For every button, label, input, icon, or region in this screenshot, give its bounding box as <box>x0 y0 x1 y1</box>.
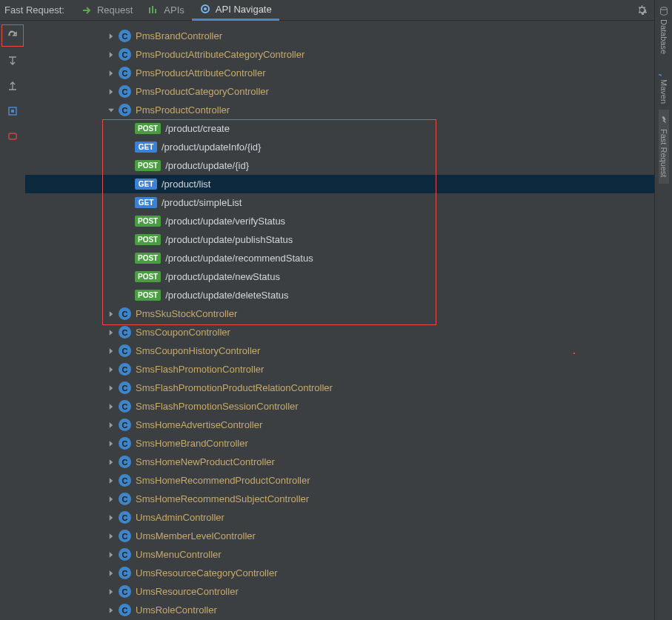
tree-class-node[interactable]: CPmsSkuStockController <box>25 304 672 323</box>
chevron-down-icon[interactable] <box>105 104 117 116</box>
tree-class-node[interactable]: CSmsFlashPromotionSessionController <box>25 397 672 416</box>
collapse-all-button[interactable] <box>4 77 21 95</box>
endpoint-path: /product/list <box>162 179 210 190</box>
class-label: SmsFlashPromotionSessionController <box>136 401 299 412</box>
http-method-badge: POST <box>135 123 161 134</box>
class-label: UmsAdminController <box>136 512 224 523</box>
tree-class-node[interactable]: CPmsProductController <box>25 101 672 119</box>
http-method-badge: POST <box>135 216 161 227</box>
class-badge-icon: C <box>119 456 131 468</box>
tree-endpoint-node[interactable]: POST/product/update/deleteStatus <box>25 286 672 304</box>
chevron-right-icon[interactable] <box>105 86 117 98</box>
class-label: UmsResourceController <box>136 586 239 597</box>
chevron-right-icon[interactable] <box>105 30 117 42</box>
api-tree[interactable]: CPmsBrandControllerCPmsProductAttributeC… <box>25 21 672 619</box>
tree-class-node[interactable]: CSmsCouponController <box>25 323 672 341</box>
tree-class-node[interactable]: CPmsProductAttributeCategoryController <box>25 45 672 64</box>
class-badge-icon: C <box>119 381 131 394</box>
tree-endpoint-node[interactable]: POST/product/create <box>25 119 672 138</box>
svg-rect-1 <box>152 6 153 13</box>
tree-class-node[interactable]: CSmsHomeRecommendSubjectController <box>25 490 672 508</box>
tab-apis[interactable]: APIs <box>140 0 191 21</box>
chevron-right-icon[interactable] <box>105 586 117 598</box>
tree-class-node[interactable]: CSmsCouponHistoryController <box>25 341 672 360</box>
expand-all-button[interactable] <box>4 52 21 70</box>
chevron-right-icon[interactable] <box>105 49 117 61</box>
top-toolbar: Fast Request: Request APIs API Navigate <box>0 0 672 21</box>
class-badge-icon: C <box>119 400 131 413</box>
tree-class-node[interactable]: CUmsResourceController <box>25 582 672 601</box>
class-label: SmsHomeBrandController <box>136 438 248 449</box>
chevron-right-icon[interactable] <box>105 456 117 468</box>
tree-endpoint-node[interactable]: POST/product/update/publishStatus <box>25 230 672 249</box>
class-badge-icon: C <box>119 326 131 339</box>
class-badge-icon: C <box>119 48 131 61</box>
tree-class-node[interactable]: CPmsProductAttributeController <box>25 64 672 82</box>
tree-endpoint-node[interactable]: GET/product/updateInfo/{id} <box>25 138 672 156</box>
tree-class-node[interactable]: CSmsFlashPromotionProductRelationControl… <box>25 379 672 397</box>
chevron-right-icon[interactable] <box>105 493 117 505</box>
chevron-right-icon[interactable] <box>105 67 117 79</box>
rail-fast-request[interactable]: Fast Request <box>659 110 669 183</box>
class-label: UmsMenuController <box>136 549 222 560</box>
tree-class-node[interactable]: CUmsResourceCategoryController <box>25 564 672 582</box>
endpoint-path: /product/update/recommendStatus <box>165 253 313 264</box>
tree-class-node[interactable]: CPmsProductCategoryController <box>25 82 672 101</box>
tab-request[interactable]: Request <box>73 0 140 21</box>
tree-class-node[interactable]: CUmsMenuController <box>25 545 672 564</box>
tree-endpoint-node[interactable]: POST/product/update/{id} <box>25 156 672 175</box>
class-label: SmsHomeRecommendProductController <box>136 475 310 486</box>
chevron-right-icon[interactable] <box>105 604 117 616</box>
tree-class-node[interactable]: CSmsHomeAdvertiseController <box>25 416 672 434</box>
tree-class-node[interactable]: CPmsBrandController <box>25 27 672 45</box>
chevron-right-icon[interactable] <box>105 567 117 579</box>
tree-endpoint-node[interactable]: POST/product/update/recommendStatus <box>25 249 672 267</box>
rail-maven[interactable]: m Maven <box>659 60 669 110</box>
chevron-right-icon[interactable] <box>105 382 117 394</box>
svg-rect-2 <box>155 9 156 13</box>
svg-rect-7 <box>11 110 14 113</box>
chevron-right-icon[interactable] <box>105 549 117 561</box>
chevron-right-icon[interactable] <box>105 364 117 376</box>
chevron-right-icon[interactable] <box>105 419 117 431</box>
right-rail: Database m Maven Fast Request <box>654 0 672 620</box>
chevron-right-icon[interactable] <box>105 438 117 450</box>
chevron-right-icon[interactable] <box>105 308 117 320</box>
tree-class-node[interactable]: CSmsHomeRecommendProductController <box>25 471 672 490</box>
filter-button[interactable] <box>4 127 21 145</box>
tree-class-node[interactable]: CUmsAdminController <box>25 508 672 527</box>
class-badge-icon: C <box>119 67 131 79</box>
tree-class-node[interactable]: CSmsHomeNewProductController <box>25 453 672 471</box>
tree-endpoint-node[interactable]: GET/product/simpleList <box>25 193 672 212</box>
refresh-button[interactable] <box>4 27 21 44</box>
chevron-right-icon[interactable] <box>105 327 117 339</box>
class-label: PmsProductController <box>136 104 230 116</box>
tree-class-node[interactable]: CSmsFlashPromotionController <box>25 360 672 379</box>
tree-class-node[interactable]: CUmsMemberLevelController <box>25 527 672 545</box>
chevron-right-icon[interactable] <box>105 512 117 524</box>
rail-label: Database <box>659 19 668 54</box>
rail-label: Fast Request <box>659 129 668 177</box>
tree-class-node[interactable]: CSmsHomeBrandController <box>25 434 672 453</box>
settings-button[interactable] <box>635 4 648 17</box>
target-icon <box>199 3 211 15</box>
locate-button[interactable] <box>4 102 21 120</box>
class-label: PmsProductAttributeCategoryController <box>136 49 305 60</box>
class-badge-icon: C <box>119 307 131 320</box>
class-label: UmsResourceCategoryController <box>136 567 277 579</box>
tree-endpoint-node[interactable]: POST/product/update/verifyStatus <box>25 212 672 230</box>
chevron-right-icon[interactable] <box>105 530 117 542</box>
left-toolbar <box>0 21 25 620</box>
class-badge-icon: C <box>119 344 131 357</box>
tab-api-navigate[interactable]: API Navigate <box>192 0 279 21</box>
chevron-right-icon[interactable] <box>105 345 117 357</box>
class-label: SmsCouponController <box>136 327 230 338</box>
tree-endpoint-node[interactable]: POST/product/update/newStatus <box>25 267 672 286</box>
class-badge-icon: C <box>119 363 131 376</box>
chevron-right-icon[interactable] <box>105 401 117 413</box>
rail-database[interactable]: Database <box>659 0 669 60</box>
tree-endpoint-node[interactable]: GET/product/list <box>25 175 672 193</box>
chevron-right-icon[interactable] <box>105 475 117 487</box>
http-method-badge: POST <box>135 253 161 264</box>
tree-class-node[interactable]: CUmsRoleController <box>25 601 672 619</box>
